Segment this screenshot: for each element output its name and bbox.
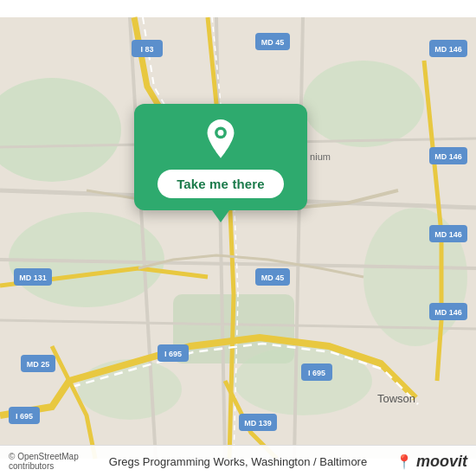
moovit-brand: moovit — [416, 453, 467, 471]
copyright-text: © OpenStreetMap contributors — [9, 452, 100, 471]
svg-text:MD 146: MD 146 — [434, 230, 462, 239]
location-pin-icon — [200, 119, 241, 161]
svg-text:nium: nium — [310, 151, 331, 162]
svg-text:MD 139: MD 139 — [244, 419, 272, 428]
map-background: I 83 MD 45 MD 146 MD 146 MD 146 MD 146 M… — [0, 0, 476, 476]
location-title: Gregs Programming Works, Washington / Ba… — [100, 455, 376, 468]
svg-point-3 — [303, 61, 424, 147]
take-me-there-button[interactable]: Take me there — [158, 170, 284, 198]
svg-text:I 695: I 695 — [164, 350, 182, 358]
svg-text:MD 146: MD 146 — [434, 45, 462, 54]
moovit-pin-icon: 📍 — [396, 453, 413, 470]
map-container: I 83 MD 45 MD 146 MD 146 MD 146 MD 146 M… — [0, 0, 476, 476]
svg-text:I 83: I 83 — [140, 45, 153, 54]
svg-text:MD 146: MD 146 — [434, 308, 462, 317]
svg-text:MD 146: MD 146 — [434, 152, 462, 161]
svg-text:MD 45: MD 45 — [261, 273, 285, 282]
moovit-logo: 📍 moovit — [376, 453, 467, 471]
svg-text:MD 131: MD 131 — [19, 273, 47, 282]
svg-point-44 — [218, 130, 224, 136]
svg-text:I 695: I 695 — [308, 369, 325, 377]
bottom-bar: © OpenStreetMap contributors Gregs Progr… — [0, 445, 476, 476]
svg-text:I 695: I 695 — [16, 412, 33, 421]
svg-text:MD 45: MD 45 — [261, 38, 285, 47]
svg-text:MD 25: MD 25 — [27, 360, 50, 369]
svg-point-7 — [78, 359, 182, 420]
location-popup[interactable]: Take me there — [134, 104, 307, 210]
svg-text:Towson: Towson — [377, 392, 415, 405]
